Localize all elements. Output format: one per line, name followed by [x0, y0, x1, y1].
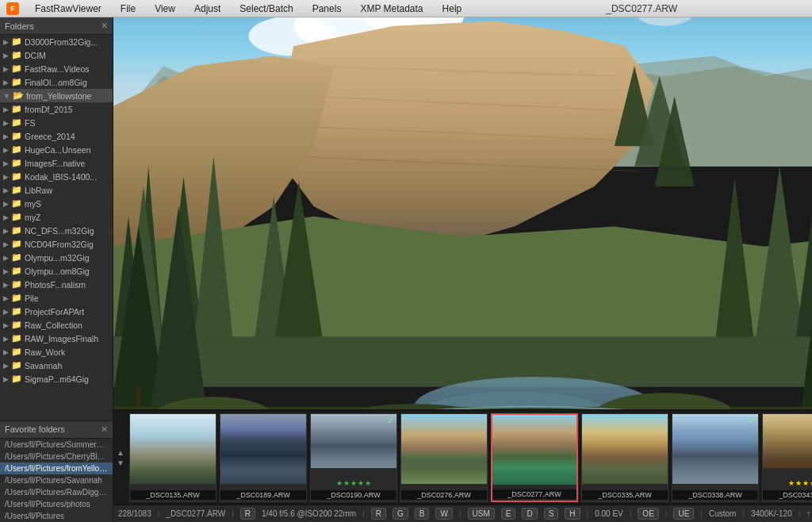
- folder-item[interactable]: ▶📁HugeCa...Unseen: [0, 143, 113, 156]
- folder-item[interactable]: ▶📁Raw_Collection: [0, 318, 113, 332]
- thumb-scroll-down-icon[interactable]: ▼: [117, 459, 124, 467]
- channel-g-button[interactable]: G: [393, 508, 408, 520]
- thumbnail-item[interactable]: ★★★★★ ✓ _DSC0190.ARW: [310, 413, 397, 502]
- favorite-folders-header: Favorite folders ✕: [0, 421, 113, 439]
- thumb-filename: _DSC0276.ARW: [401, 490, 487, 500]
- channel-r-button[interactable]: R: [371, 508, 386, 520]
- svg-rect-31: [136, 387, 140, 409]
- menu-help[interactable]: Help: [439, 2, 465, 16]
- folder-item[interactable]: ▶📁PhotosF...nalism: [0, 278, 113, 291]
- folder-item[interactable]: ▶📁FS: [0, 116, 113, 129]
- folder-item[interactable]: ▶📁DCIM: [0, 48, 113, 62]
- image-view[interactable]: [113, 17, 812, 409]
- menubar: F FastRawViewer File View Adjust Select/…: [0, 0, 812, 17]
- channel-b-button[interactable]: B: [415, 508, 430, 520]
- thumbnail-item[interactable]: _DSC0276.ARW: [400, 413, 488, 502]
- tool-h-button[interactable]: H: [565, 508, 580, 520]
- menu-file[interactable]: File: [117, 2, 139, 16]
- folder-item[interactable]: ▶📁Pile: [0, 291, 113, 305]
- thumb-stars: ★★★★★: [788, 479, 812, 487]
- thumb-filename: _DSC0189.ARW: [220, 490, 306, 500]
- tool-d-button[interactable]: D: [522, 508, 537, 520]
- folder-item[interactable]: ▶📁NCD04From32Gig: [0, 237, 113, 251]
- folder-item[interactable]: ▶📁Savannah: [0, 359, 113, 372]
- folder-item[interactable]: ▶📁ProjectForAPArt: [0, 305, 113, 318]
- thumbnail-strip: ▲ ▼ _DSC0135.ARW _DSC0189.ARW ★★★★★ ✓: [113, 409, 812, 505]
- fav-item[interactable]: /Users/ll/Pictures/photos: [0, 498, 113, 510]
- folder-item[interactable]: ▶📁myZ: [0, 210, 113, 224]
- menu-adjust[interactable]: Adjust: [191, 2, 224, 16]
- folder-item[interactable]: ▶📁fromDf_2015: [0, 102, 113, 116]
- thumb-filename: _DSC0343.ARW: [763, 490, 812, 500]
- status-info: 1/40 f/5.6 @ISO200 22mm: [262, 509, 356, 518]
- thumbnail-item-active[interactable]: _DSC0277.ARW: [491, 413, 578, 502]
- svg-rect-26: [113, 336, 812, 386]
- folder-item[interactable]: ▶📁NC_DFS...m32Gig: [0, 224, 113, 237]
- folder-item[interactable]: ▶📁Olympu...m32Gig: [0, 251, 113, 264]
- statusbar: 228/1083 | _DSC0277.ARW | R 1/40 f/5.6 @…: [113, 505, 812, 522]
- app-icon: F: [6, 2, 19, 15]
- tool-s-button[interactable]: S: [544, 508, 559, 520]
- folders-list: ▶📁D3000From32Gig... ▶📁DCIM ▶📁FastRaw...V…: [0, 35, 113, 420]
- status-ue-button[interactable]: UE: [673, 508, 694, 520]
- folder-item[interactable]: ▶📁SigmaP...m64Gig: [0, 372, 113, 386]
- status-mode: Custom: [709, 509, 736, 518]
- thumb-check-icon: ✓: [387, 416, 394, 426]
- thumb-nav-left-button[interactable]: ▲ ▼: [113, 445, 128, 470]
- menu-fastrawviewer[interactable]: FastRawViewer: [32, 2, 105, 16]
- menu-panels[interactable]: Panels: [309, 2, 345, 16]
- thumbnail-item[interactable]: ★★★★★ ✓ _DSC0343.ARW: [762, 413, 812, 502]
- thumbnail-item[interactable]: ✓ _DSC0338.ARW: [672, 413, 759, 502]
- fav-item[interactable]: /Users/ll/Pictures/Summer_in_C: [0, 439, 113, 451]
- status-wb: 3400K/-120: [751, 509, 792, 518]
- folder-item[interactable]: ▶📁D3000From32Gig...: [0, 35, 113, 48]
- main-area: Folders ✕ ▶📁D3000From32Gig... ▶📁DCIM ▶📁F…: [0, 17, 812, 522]
- fav-item-selected[interactable]: /Users/ll/Pictures/fromYellowst: [0, 463, 113, 474]
- tool-e-button[interactable]: E: [501, 508, 516, 520]
- folder-item[interactable]: ▶📁Olympu...om8Gig: [0, 264, 113, 278]
- folders-close-icon[interactable]: ✕: [101, 21, 108, 31]
- thumb-scroll-up-icon[interactable]: ▲: [117, 448, 124, 457]
- thumb-check-icon: ✓: [749, 416, 756, 426]
- folder-item[interactable]: ▶📁RAW_ImagesFinalh: [0, 332, 113, 345]
- thumb-filename: _DSC0190.ARW: [311, 490, 396, 500]
- fav-item[interactable]: /Users/ll/Pictures: [0, 510, 113, 522]
- folder-item-selected[interactable]: ▼📂from_Yellowstone: [0, 89, 113, 102]
- status-oe-button[interactable]: OE: [638, 508, 658, 520]
- favorite-folders-section: Favorite folders ✕ /Users/ll/Pictures/Su…: [0, 420, 113, 522]
- thumb-filename: _DSC0277.ARW: [492, 489, 576, 499]
- main-photo: [113, 17, 812, 409]
- fav-close-icon[interactable]: ✕: [101, 424, 108, 435]
- thumb-stars: ★★★★★: [336, 479, 371, 487]
- thumbnail-item[interactable]: _DSC0335.ARW: [581, 413, 668, 502]
- status-filename: _DSC0277.ARW: [166, 509, 225, 518]
- tool-usm-button[interactable]: USM: [468, 508, 495, 520]
- folder-item[interactable]: ▶📁FinalOl...om8Gig: [0, 75, 113, 89]
- folder-item[interactable]: ▶📁FastRaw...Videos: [0, 62, 113, 75]
- folder-item[interactable]: ▶📁Kodak_IBIS-1400...: [0, 170, 113, 183]
- thumb-filename: _DSC0338.ARW: [672, 490, 758, 500]
- folder-item[interactable]: ▶📁Greece_2014: [0, 129, 113, 143]
- fav-item[interactable]: /Users/ll/Pictures/CherryBlosso: [0, 451, 113, 463]
- folder-item[interactable]: ▶📁LibRaw: [0, 183, 113, 197]
- thumbnail-item[interactable]: _DSC0189.ARW: [220, 413, 307, 502]
- menu-select-batch[interactable]: Select/Batch: [236, 2, 296, 16]
- thumbnail-item[interactable]: _DSC0135.ARW: [129, 413, 216, 502]
- channel-w-button[interactable]: W: [435, 508, 452, 520]
- folder-item[interactable]: ▶📁ImagesF...native: [0, 156, 113, 170]
- fav-title: Favorite folders: [5, 424, 65, 435]
- thumb-filename: _DSC0135.ARW: [130, 490, 216, 500]
- folders-header: Folders ✕: [0, 17, 113, 35]
- menu-xmp-metadata[interactable]: XMP Metadata: [357, 2, 426, 16]
- folder-item[interactable]: ▶📁Raw_Work: [0, 345, 113, 359]
- center-panel: ▲ ▼ _DSC0135.ARW _DSC0189.ARW ★★★★★ ✓: [113, 17, 812, 522]
- fav-item[interactable]: /Users/ll/Pictures/Savannah: [0, 474, 113, 486]
- menu-view[interactable]: View: [151, 2, 178, 16]
- window-title: _DSC0277.ARW: [477, 3, 806, 14]
- fav-item[interactable]: /Users/ll/Pictures/RawDigger_r: [0, 486, 113, 498]
- thumb-filename: _DSC0335.ARW: [582, 490, 668, 500]
- folder-item[interactable]: ▶📁myS: [0, 197, 113, 210]
- status-rating-button[interactable]: R: [240, 508, 255, 520]
- left-panel: Folders ✕ ▶📁D3000From32Gig... ▶📁DCIM ▶📁F…: [0, 17, 113, 522]
- status-position: 228/1083: [118, 509, 151, 518]
